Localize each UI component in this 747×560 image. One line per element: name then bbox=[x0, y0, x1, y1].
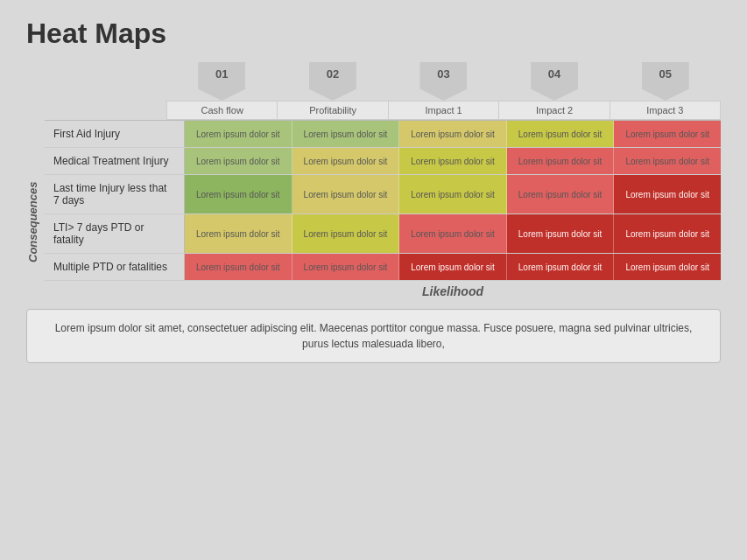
col-header-01: 01 bbox=[166, 62, 278, 101]
cell-4-4: Lorem ipsum dolor sit bbox=[614, 254, 721, 280]
cell-4-0: Lorem ipsum dolor sit bbox=[185, 254, 292, 280]
col-label-03: Impact 1 bbox=[388, 101, 498, 120]
row-cells-3: Lorem ipsum dolor sitLorem ipsum dolor s… bbox=[185, 214, 721, 253]
cell-2-1: Lorem ipsum dolor sit bbox=[292, 175, 400, 214]
row-label-2: Last time Injury less that 7 days bbox=[45, 175, 185, 214]
cell-0-3: Lorem ipsum dolor sit bbox=[507, 121, 615, 147]
cell-1-1: Lorem ipsum dolor sit bbox=[292, 148, 400, 174]
cell-1-4: Lorem ipsum dolor sit bbox=[614, 148, 721, 174]
row-label-0: First Aid Injury bbox=[45, 121, 185, 147]
cell-3-1: Lorem ipsum dolor sit bbox=[292, 214, 400, 253]
col-header-05: 05 bbox=[610, 62, 721, 101]
row-cells-2: Lorem ipsum dolor sitLorem ipsum dolor s… bbox=[185, 175, 721, 214]
col-label-04: Impact 2 bbox=[498, 101, 609, 120]
col-badge-04: 04 bbox=[531, 62, 578, 101]
col-header-03: 03 bbox=[388, 62, 499, 101]
cell-3-0: Lorem ipsum dolor sit bbox=[185, 214, 292, 253]
table-section: First Aid InjuryLorem ipsum dolor sitLor… bbox=[45, 120, 721, 298]
cell-1-3: Lorem ipsum dolor sit bbox=[507, 148, 615, 174]
footer-text: Lorem ipsum dolor sit amet, consectetuer… bbox=[55, 322, 693, 350]
col-header-02: 02 bbox=[278, 62, 389, 101]
cell-1-2: Lorem ipsum dolor sit bbox=[399, 148, 507, 174]
cell-1-0: Lorem ipsum dolor sit bbox=[185, 148, 292, 174]
row-label-4: Multiple PTD or fatalities bbox=[45, 254, 185, 280]
cell-3-3: Lorem ipsum dolor sit bbox=[507, 214, 615, 253]
col-label-spacer bbox=[26, 101, 166, 120]
table-row: First Aid InjuryLorem ipsum dolor sitLor… bbox=[45, 121, 721, 148]
cell-2-4: Lorem ipsum dolor sit bbox=[614, 175, 721, 214]
cell-3-2: Lorem ipsum dolor sit bbox=[399, 214, 507, 253]
col-badge-02: 02 bbox=[309, 62, 356, 101]
data-table: First Aid InjuryLorem ipsum dolor sitLor… bbox=[45, 120, 721, 281]
table-row: LTI> 7 days PTD or fatalityLorem ipsum d… bbox=[45, 214, 721, 254]
col-label-bars: Cash flowProfitabilityImpact 1Impact 2Im… bbox=[166, 101, 721, 120]
heat-map-container: Consequences First Aid InjuryLorem ipsum… bbox=[26, 120, 721, 298]
cell-4-2: Lorem ipsum dolor sit bbox=[399, 254, 507, 280]
col-label-05: Impact 3 bbox=[610, 101, 721, 120]
page-title: Heat Maps bbox=[26, 18, 721, 50]
row-label-header-spacer bbox=[26, 62, 166, 101]
cell-4-3: Lorem ipsum dolor sit bbox=[507, 254, 615, 280]
table-row: Multiple PTD or fatalitiesLorem ipsum do… bbox=[45, 254, 721, 281]
page: Heat Maps 0102030405 Cash flowProfitabil… bbox=[0, 0, 747, 560]
col-badge-01: 01 bbox=[198, 62, 245, 101]
x-axis-label: Likelihood bbox=[185, 284, 721, 298]
cell-2-0: Lorem ipsum dolor sit bbox=[185, 175, 292, 214]
cell-2-2: Lorem ipsum dolor sit bbox=[399, 175, 507, 214]
row-cells-1: Lorem ipsum dolor sitLorem ipsum dolor s… bbox=[185, 148, 721, 174]
col-label-bar-row: Cash flowProfitabilityImpact 1Impact 2Im… bbox=[26, 101, 721, 120]
row-cells-0: Lorem ipsum dolor sitLorem ipsum dolor s… bbox=[185, 121, 721, 147]
row-label-1: Medical Treatment Injury bbox=[45, 148, 185, 174]
table-row: Medical Treatment InjuryLorem ipsum dolo… bbox=[45, 148, 721, 175]
cell-0-1: Lorem ipsum dolor sit bbox=[292, 121, 400, 147]
cell-0-4: Lorem ipsum dolor sit bbox=[614, 121, 721, 147]
table-row: Last time Injury less that 7 daysLorem i… bbox=[45, 175, 721, 214]
col-label-02: Profitability bbox=[277, 101, 387, 120]
content-area: 0102030405 Cash flowProfitabilityImpact … bbox=[26, 62, 721, 363]
col-badge-03: 03 bbox=[419, 62, 467, 101]
cell-4-1: Lorem ipsum dolor sit bbox=[292, 254, 400, 280]
row-label-3: LTI> 7 days PTD or fatality bbox=[45, 214, 185, 253]
col-label-01: Cash flow bbox=[166, 101, 277, 120]
cell-0-2: Lorem ipsum dolor sit bbox=[399, 121, 507, 147]
column-headers: 0102030405 bbox=[166, 62, 721, 101]
y-axis-label: Consequences bbox=[26, 120, 39, 298]
header-row: 0102030405 bbox=[26, 62, 721, 101]
footer-box: Lorem ipsum dolor sit amet, consectetuer… bbox=[26, 309, 721, 363]
cell-0-0: Lorem ipsum dolor sit bbox=[185, 121, 292, 147]
cell-2-3: Lorem ipsum dolor sit bbox=[507, 175, 615, 214]
col-badge-05: 05 bbox=[642, 62, 689, 101]
cell-3-4: Lorem ipsum dolor sit bbox=[614, 214, 721, 253]
row-cells-4: Lorem ipsum dolor sitLorem ipsum dolor s… bbox=[185, 254, 721, 280]
col-header-04: 04 bbox=[499, 62, 610, 101]
